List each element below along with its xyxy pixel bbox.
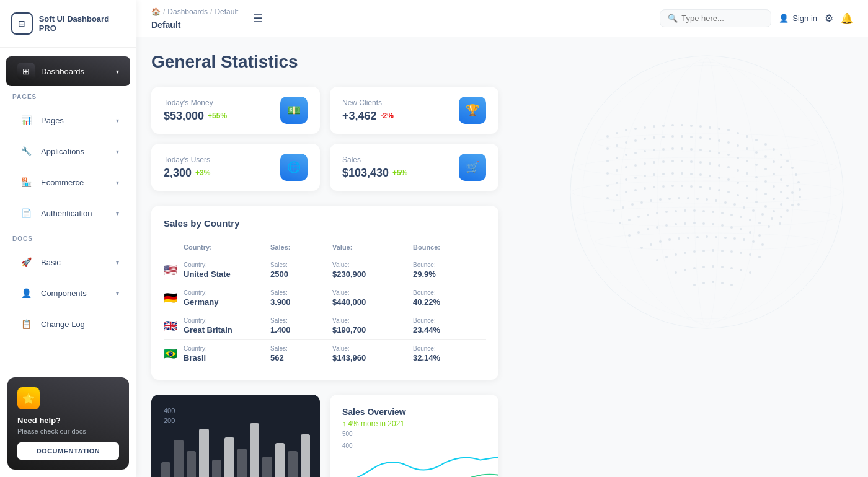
documentation-button[interactable]: DOCUMENTATION <box>17 442 119 460</box>
svg-point-198 <box>656 259 658 261</box>
notifications-icon[interactable]: 🔔 <box>841 12 853 24</box>
svg-point-114 <box>616 194 618 196</box>
stat-change-sales: +5% <box>392 168 407 177</box>
home-icon: 🏠 <box>151 7 161 16</box>
svg-point-150 <box>771 217 773 220</box>
money-icon: 💵 <box>280 97 308 124</box>
sidebar-item-applications[interactable]: 🔧 Applications ▾ <box>6 136 130 166</box>
sales-de: 3.900 <box>270 297 332 307</box>
svg-point-82 <box>718 164 720 167</box>
svg-point-144 <box>715 199 717 202</box>
svg-point-209 <box>758 256 761 258</box>
sales-chart-svg <box>330 450 498 477</box>
svg-point-18 <box>764 143 767 146</box>
svg-point-205 <box>721 250 724 252</box>
svg-point-37 <box>690 136 693 138</box>
svg-point-36 <box>681 135 683 138</box>
svg-point-184 <box>640 247 643 249</box>
svg-point-231 <box>577 207 837 227</box>
bounce-br: 32.14% <box>413 353 487 362</box>
svg-point-179 <box>721 224 724 227</box>
svg-point-57 <box>690 148 693 151</box>
svg-point-96 <box>644 175 646 177</box>
sidebar-item-basic[interactable]: 🚀 Basic ▾ <box>6 247 130 277</box>
svg-point-38 <box>699 136 702 139</box>
help-subtitle: Please check our docs <box>17 427 119 435</box>
svg-point-183 <box>758 234 761 237</box>
sign-in-button[interactable]: 👤 Sign in <box>779 14 817 23</box>
sidebar-item-changelog[interactable]: 📋 Change Log <box>6 309 130 339</box>
svg-point-196 <box>752 240 755 243</box>
svg-point-210 <box>675 271 677 274</box>
globe-decoration <box>484 37 868 347</box>
svg-point-122 <box>690 185 693 188</box>
chevron-down-icon: ▾ <box>116 68 119 75</box>
sidebar-item-pages[interactable]: 📊 Pages ▾ <box>6 105 130 135</box>
search-input[interactable] <box>681 14 763 23</box>
stat-change-money: +55% <box>208 112 227 120</box>
stat-change-users: +3% <box>195 168 210 177</box>
table-row: 🇺🇸 Country: United State Sales: 2500 Val… <box>164 256 486 284</box>
settings-icon[interactable]: ⚙ <box>825 12 833 24</box>
flag-gb: 🇬🇧 <box>164 319 184 333</box>
svg-point-107 <box>746 185 748 187</box>
svg-point-99 <box>671 172 674 175</box>
svg-point-214 <box>712 265 714 268</box>
svg-point-204 <box>712 249 714 252</box>
svg-point-63 <box>746 160 748 162</box>
svg-point-129 <box>755 201 758 203</box>
svg-point-35 <box>671 135 674 138</box>
svg-point-71 <box>616 169 618 172</box>
sales-overview-subtitle: ↑ 4% more in 2021 <box>342 419 486 428</box>
stat-value-sales: $103,430 <box>342 167 389 180</box>
sidebar-section-docs: DOCS <box>0 229 136 246</box>
svg-point-146 <box>733 203 736 206</box>
sales-us: 2500 <box>270 269 332 279</box>
svg-point-193 <box>724 237 727 239</box>
svg-point-61 <box>727 154 730 156</box>
svg-point-104 <box>718 177 720 179</box>
svg-point-84 <box>737 169 739 172</box>
svg-point-221 <box>712 281 714 283</box>
svg-point-75 <box>653 161 655 164</box>
sidebar-item-authentication[interactable]: 📄 Authentication ▾ <box>6 198 130 228</box>
sidebar-item-components[interactable]: 👤 Components ▾ <box>6 278 130 308</box>
svg-point-197 <box>761 243 764 246</box>
svg-point-41 <box>727 141 730 144</box>
svg-point-140 <box>678 197 680 199</box>
svg-point-60 <box>718 152 720 154</box>
search-box[interactable]: 🔍 <box>660 9 771 27</box>
svg-point-121 <box>681 185 683 187</box>
svg-point-21 <box>786 160 789 162</box>
svg-point-160 <box>693 209 696 212</box>
svg-point-136 <box>640 201 643 204</box>
chevron-down-icon: ▾ <box>116 179 119 186</box>
page-title: General Statistics <box>151 52 853 72</box>
svg-point-149 <box>761 213 764 216</box>
svg-point-5 <box>644 126 646 129</box>
svg-point-34 <box>662 136 665 138</box>
svg-point-141 <box>687 197 689 199</box>
svg-point-154 <box>637 216 640 218</box>
changelog-icon: 📋 <box>17 315 35 333</box>
svg-point-8 <box>671 124 674 126</box>
sidebar-item-dashboards[interactable]: ⊞ Dashboards ▾ <box>6 56 130 86</box>
svg-point-44 <box>755 151 758 154</box>
svg-point-2 <box>616 132 618 134</box>
sidebar-item-ecommerce[interactable]: 🏪 Ecommerce ▾ <box>6 167 130 197</box>
svg-point-91 <box>791 204 794 206</box>
breadcrumb-path: 🏠 / Dashboards / Default <box>151 7 238 16</box>
svg-point-67 <box>780 178 782 181</box>
logo-icon: ⊟ <box>11 12 33 35</box>
menu-icon[interactable]: ☰ <box>253 12 263 25</box>
sidebar-item-label: Components <box>41 289 87 298</box>
svg-point-119 <box>662 185 665 188</box>
svg-point-228 <box>595 134 818 151</box>
svg-point-27 <box>797 203 800 206</box>
svg-point-155 <box>647 214 649 216</box>
svg-point-223 <box>730 284 733 286</box>
svg-point-103 <box>709 175 711 177</box>
svg-point-182 <box>749 231 751 234</box>
bottom-charts: 400 200 0 <box>151 395 498 477</box>
svg-point-211 <box>684 269 686 271</box>
